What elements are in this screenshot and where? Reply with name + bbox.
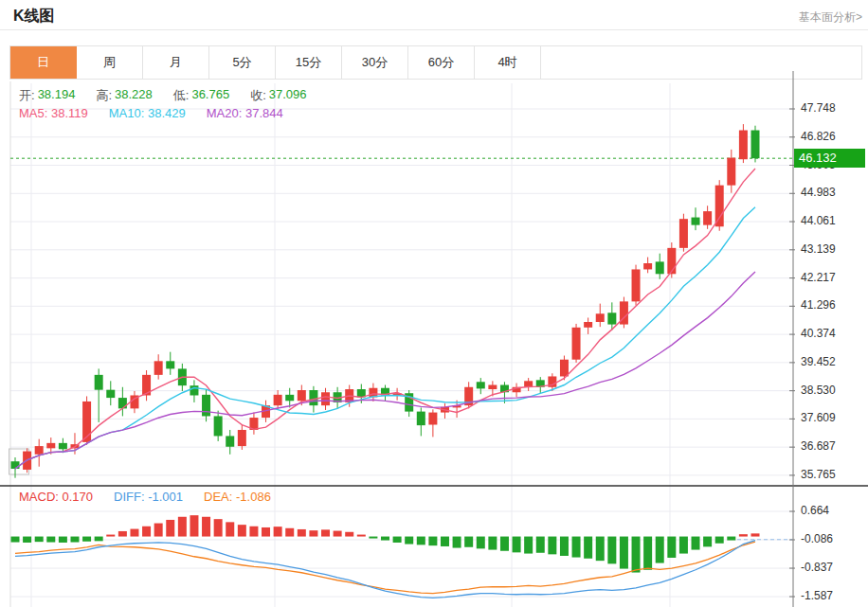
low-value: 36.765 [191, 87, 229, 104]
price-axis-label: 41.296 [801, 298, 836, 312]
price-axis-label: 46.826 [801, 130, 836, 143]
ma-readout: MA5: 38.119 MA10: 38.429 MA20: 37.844 [19, 106, 304, 120]
price-axis-label: 36.687 [801, 439, 836, 453]
ma5-label: MA5: [19, 106, 47, 120]
macd-readout: MACD: 0.170 DIFF: -1.001 DEA: -1.086 [19, 490, 292, 504]
macd-axis-label: -0.086 [801, 532, 833, 545]
price-axis-label: 47.748 [801, 101, 836, 115]
dea-value: -1.086 [236, 490, 271, 504]
diff-label: DIFF: [114, 490, 145, 504]
price-axis-label: 42.217 [801, 271, 836, 284]
price-axis-label: 40.374 [801, 327, 836, 340]
close-value: 37.096 [269, 87, 307, 104]
macd-axis-label: -0.837 [801, 561, 833, 574]
ma20-label: MA20: [207, 106, 243, 120]
high-value: 38.228 [115, 87, 153, 104]
price-axis-label: 35.765 [801, 468, 836, 481]
ma5-value: 38.119 [51, 106, 88, 120]
high-label: 高: [96, 87, 112, 104]
price-axis-label: 38.530 [801, 384, 836, 397]
price-axis-label: 37.609 [801, 411, 836, 424]
price-axis-label: 44.061 [801, 214, 836, 227]
macd-axis-label: -1.587 [801, 589, 833, 602]
ohlc-readout: 开:38.194 高:38.228 低:36.765 收:37.096 [19, 87, 328, 104]
diff-value: -1.001 [148, 490, 183, 504]
macd-label: MACD: [19, 490, 59, 504]
current-price-tag: 46.132 [794, 149, 865, 168]
price-axis-label: 44.983 [801, 186, 836, 199]
low-label: 低: [173, 87, 190, 104]
price-axis-label: 39.452 [801, 355, 836, 368]
dea-label: DEA: [204, 490, 232, 504]
close-label: 收: [250, 87, 266, 104]
open-value: 38.194 [38, 87, 76, 104]
ma10-value: 38.429 [148, 106, 186, 120]
open-label: 开: [19, 87, 35, 104]
macd-value: 0.170 [63, 490, 94, 504]
kline-page: K线图 基本面分析> 日 周 月 5分 15分 30分 60分 4时 开:38.… [0, 0, 868, 607]
ma10-label: MA10: [109, 106, 145, 120]
price-axis-label: 43.139 [801, 242, 836, 256]
macd-axis-label: 0.664 [801, 504, 829, 517]
ma20-value: 37.844 [245, 106, 283, 120]
